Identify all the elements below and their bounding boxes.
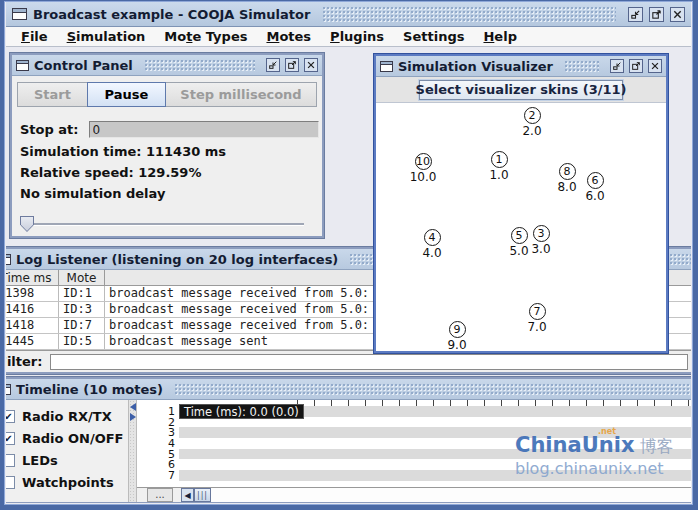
control-panel-window-icon [16, 60, 29, 71]
log-listener-title: Log Listener (listening on 20 log interf… [16, 252, 338, 267]
split-pane-divider[interactable] [128, 400, 137, 502]
log-cell: 11416 [6, 302, 59, 317]
scrollbar-track[interactable] [211, 488, 691, 502]
mote-position-label: 10.0 [410, 170, 437, 184]
main-titlebar[interactable]: Broadcast example - COOJA Simulator [6, 2, 691, 27]
maximize-button[interactable] [649, 7, 664, 22]
menu-item-file[interactable]: File [14, 28, 55, 45]
relative-speed-text: Relative speed: 129.59% [20, 165, 322, 180]
menu-item-mote-types[interactable]: Mote Types [157, 28, 254, 45]
window-title: Broadcast example - COOJA Simulator [33, 7, 310, 22]
mote-7[interactable]: 77.0 [515, 303, 559, 334]
control-buttons: Start Pause Step millisecond [17, 82, 322, 107]
visualizer-canvas[interactable]: 22.01010.011.088.066.044.055.033.077.099… [376, 103, 666, 349]
menu-item-settings[interactable]: Settings [396, 28, 471, 45]
watermark-brand-sup: .net [598, 428, 616, 437]
mote-2[interactable]: 22.0 [510, 107, 554, 138]
maximize-button[interactable] [629, 59, 643, 73]
mote-circle[interactable]: 7 [529, 303, 546, 320]
start-button[interactable]: Start [17, 82, 88, 107]
watermark-brand-suffix: 博客 [634, 436, 673, 456]
log-cell: ID:5 [59, 334, 105, 349]
timeline-titlebar[interactable]: Timeline (10 motes) [6, 379, 691, 400]
timeline-checkbox-radio-on-off[interactable]: ✔Radio ON/OFF [6, 427, 128, 449]
checkbox-label: Radio RX/TX [22, 409, 112, 424]
timeline-checkbox-leds[interactable]: LEDs [6, 449, 128, 471]
timeline-scrollbar-row: ... ◀ ||| [137, 487, 691, 502]
log-cell: ID:3 [59, 302, 105, 317]
select-visualizer-skins-button[interactable]: Select visualizer skins (3/11) [419, 80, 623, 100]
mote-circle[interactable]: 2 [524, 107, 541, 124]
pause-button[interactable]: Pause [87, 82, 166, 107]
timeline-title: Timeline (10 motes) [16, 382, 163, 397]
mote-position-label: 4.0 [422, 246, 441, 260]
mote-position-label: 1.0 [489, 168, 508, 182]
skins-bar: Select visualizer skins (3/11) [376, 77, 666, 103]
timeline-checkbox-panel: ✔Radio RX/TX✔Radio ON/OFFLEDsWatchpoints [6, 400, 128, 502]
visualizer-window-icon [380, 61, 393, 72]
minimize-button[interactable] [610, 59, 624, 73]
mote-circle[interactable]: 1 [491, 151, 508, 168]
mote-circle[interactable]: 6 [587, 172, 604, 189]
minimize-button[interactable] [628, 7, 643, 22]
visualizer-window: Simulation Visualizer Select visualizer … [374, 54, 668, 353]
minimize-button[interactable] [266, 58, 280, 72]
mote-position-label: 3.0 [531, 242, 550, 256]
mote-position-label: 2.0 [522, 124, 541, 138]
mote-circle[interactable]: 4 [424, 229, 441, 246]
filter-label: Filter: [6, 354, 42, 369]
titlebar-texture [322, 6, 616, 22]
menu-item-simulation[interactable]: Simulation [60, 28, 153, 45]
mote-circle[interactable]: 9 [449, 321, 466, 338]
timeline-time-tooltip: Time (ms): 0.0 (0.0) [179, 404, 304, 419]
mote-3[interactable]: 33.0 [519, 225, 563, 256]
mote-10[interactable]: 1010.0 [401, 153, 445, 184]
timeline-checkbox-watchpoints[interactable]: Watchpoints [6, 471, 128, 493]
watermark-brand: ChinaUnix [515, 433, 634, 457]
scroll-left-arrow-icon[interactable]: ◀ [181, 488, 194, 502]
collapse-right-icon[interactable] [130, 413, 136, 421]
visualizer-titlebar[interactable]: Simulation Visualizer [376, 56, 666, 77]
control-panel-titlebar[interactable]: Control Panel [12, 55, 322, 76]
close-button[interactable] [648, 59, 662, 73]
mote-circle[interactable]: 10 [415, 153, 432, 170]
menu-item-help[interactable]: Help [476, 28, 523, 45]
filter-input[interactable] [50, 354, 688, 370]
mote-circle[interactable]: 3 [533, 225, 550, 242]
step-millisecond-button[interactable]: Step millisecond [165, 82, 317, 107]
stop-at-label: Stop at: [20, 122, 79, 137]
checkbox-label: Radio ON/OFF [22, 431, 124, 446]
close-button[interactable] [670, 7, 685, 22]
slider-track[interactable] [20, 223, 304, 225]
mote-1[interactable]: 11.0 [477, 151, 521, 182]
timeline-checkbox-radio-rx-tx[interactable]: ✔Radio RX/TX [6, 405, 128, 427]
timeline-more-button[interactable]: ... [147, 488, 173, 502]
collapse-left-icon[interactable] [130, 403, 136, 411]
checkbox-unchecked-icon[interactable] [6, 454, 15, 467]
menu-item-plugins[interactable]: Plugins [323, 28, 391, 45]
checkbox-label: LEDs [22, 453, 58, 468]
titlebar-texture [174, 383, 691, 395]
maximize-button[interactable] [285, 58, 299, 72]
mote-4[interactable]: 44.0 [410, 229, 454, 260]
checkbox-unchecked-icon[interactable] [6, 476, 15, 489]
log-cell: 11398 [6, 286, 59, 301]
watermark: ChinaUnix.net 博客 blog.chinaunix.net [515, 434, 674, 478]
mote-9[interactable]: 99.0 [435, 321, 479, 349]
mote-position-label: 7.0 [527, 320, 546, 334]
log-column-time[interactable]: Time ms [6, 270, 59, 285]
log-filter-bar: Filter: [6, 350, 691, 372]
timeline-row-number: 7 [137, 470, 175, 481]
mote-6[interactable]: 66.0 [573, 172, 617, 203]
menu-bar: FileSimulationMote TypesMotesPluginsSett… [6, 27, 691, 47]
titlebar-texture [144, 59, 255, 71]
delay-slider[interactable] [20, 215, 314, 232]
log-column-mote[interactable]: Mote [59, 270, 105, 285]
checkbox-checked-icon[interactable]: ✔ [6, 432, 15, 445]
slider-thumb[interactable] [20, 216, 34, 232]
scrollbar-thumb[interactable]: ||| [194, 488, 211, 502]
close-button[interactable] [304, 58, 318, 72]
stop-at-field[interactable] [89, 121, 319, 138]
checkbox-checked-icon[interactable]: ✔ [6, 410, 15, 423]
menu-item-motes[interactable]: Motes [259, 28, 318, 45]
